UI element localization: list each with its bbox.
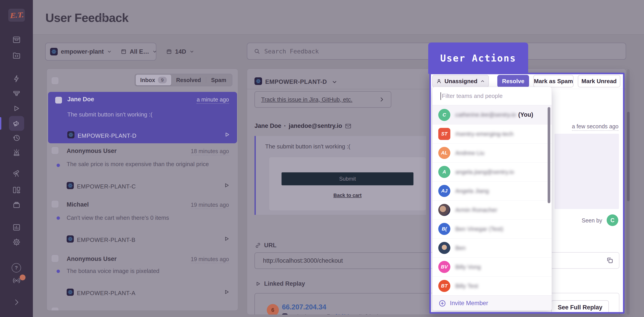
assignee-option[interactable]: B( Ben Vinegar (Test) xyxy=(432,219,552,238)
feedback-message: The submit button isn't working :( xyxy=(265,143,350,150)
feedback-icon[interactable] xyxy=(10,117,23,130)
replay-play-icon[interactable] xyxy=(224,289,230,295)
chevron-down-icon xyxy=(107,49,112,54)
page-scrollbar-thumb[interactable] xyxy=(627,112,630,201)
replay-preview-placeholder xyxy=(554,134,619,209)
feedback-item-selected[interactable]: Jane Doe a minute ago The submit button … xyxy=(48,92,237,143)
item-checkbox[interactable] xyxy=(55,97,62,104)
replay-ip-link[interactable]: 66.207.204.34 xyxy=(282,303,326,311)
item-time: 18 minutes ago xyxy=(191,148,229,155)
dropdown-scrollbar-thumb[interactable] xyxy=(548,107,550,203)
feedback-timestamp[interactable]: a few seconds ago xyxy=(572,123,618,131)
settings-icon[interactable] xyxy=(10,236,23,248)
member-name-blurred: Armin Ronacher xyxy=(455,206,497,214)
environment-filter[interactable]: All E… xyxy=(116,43,162,60)
linked-replay-label[interactable]: Linked Replay xyxy=(255,280,305,287)
react-project-icon xyxy=(67,182,74,189)
date-range-filter[interactable]: 14D xyxy=(162,43,199,60)
item-message: Can't view the cart when there's 0 items xyxy=(67,214,219,222)
assignee-option[interactable]: Ben xyxy=(432,238,552,257)
assignee-option[interactable]: ST #sentry-emerging-tech xyxy=(432,124,552,143)
assignee-option[interactable]: Armin Ronacher xyxy=(432,200,552,219)
see-full-replay-button[interactable]: See Full Replay xyxy=(551,300,609,314)
member-avatar: B( xyxy=(438,223,450,235)
mailbox-tabs: Inbox 9 Resolved Spam xyxy=(134,74,232,86)
replay-play-icon[interactable] xyxy=(224,132,230,138)
item-checkbox[interactable] xyxy=(52,147,58,154)
assignee-option[interactable]: AL Andrew Liu xyxy=(432,143,552,162)
assignee-option[interactable]: BT Billy Test xyxy=(432,276,552,295)
reporter-name: Jane Doe xyxy=(254,122,281,130)
explore-icon[interactable] xyxy=(10,167,23,180)
item-checkbox-partial[interactable] xyxy=(52,308,58,311)
stats-icon[interactable] xyxy=(10,221,23,234)
issues-icon[interactable] xyxy=(10,34,23,46)
unread-dot xyxy=(56,164,60,167)
item-checkbox[interactable] xyxy=(52,255,58,262)
tab-spam[interactable]: Spam xyxy=(206,77,231,84)
assignee-filter-input[interactable]: Filter teams and people xyxy=(432,87,552,105)
invite-member-button[interactable]: Invite Member xyxy=(432,295,552,311)
replay-count-badge: 6 xyxy=(267,304,279,315)
calendar-icon xyxy=(166,49,172,54)
tab-resolved[interactable]: Resolved xyxy=(171,77,206,84)
resolve-button[interactable]: Resolve xyxy=(497,75,529,88)
tab-inbox[interactable]: Inbox 9 xyxy=(136,75,171,86)
insights-icon[interactable] xyxy=(10,198,23,211)
alerts-icon[interactable] xyxy=(10,146,23,159)
person-icon xyxy=(436,78,442,84)
projects-icon[interactable] xyxy=(10,49,23,62)
assignee-option[interactable]: A angela.jiang@sentry.io xyxy=(432,162,552,181)
member-photo-avatar xyxy=(438,204,450,216)
screenshot-submit-button: Submit xyxy=(282,172,414,185)
item-checkbox[interactable] xyxy=(52,201,58,208)
assignee-option[interactable]: C catherine.lee@sentry.io(You) xyxy=(432,105,552,124)
chevron-down-icon xyxy=(190,49,194,54)
member-name-blurred: Angela Jiang xyxy=(455,188,489,194)
detail-project-selector[interactable]: EMPOWER-PLANT-D xyxy=(265,78,327,86)
user-actions-callout-label: User Actions xyxy=(440,53,516,64)
chevron-down-icon xyxy=(152,49,157,54)
item-project: EMPOWER-PLANT-D xyxy=(78,132,136,139)
notification-dot xyxy=(20,274,26,280)
invite-member-label: Invite Member xyxy=(450,300,488,307)
project-filter[interactable]: empower-plant xyxy=(46,43,116,60)
mark-unread-button[interactable]: Mark Unread xyxy=(578,75,620,88)
replay-play-icon[interactable] xyxy=(224,182,230,188)
replay-play-icon[interactable] xyxy=(224,236,230,242)
feedback-message-quote: The submit button isn't working :( Submi… xyxy=(254,136,426,215)
replays-icon[interactable] xyxy=(10,102,23,115)
track-issue-button[interactable]: Track this issue in Jira, GitHub, etc. xyxy=(254,91,391,108)
user-actions-spotlight: Unassigned Resolve Mark as Spam Mark Unr… xyxy=(429,73,624,314)
assignee-option[interactable]: BV Billy Vong xyxy=(432,257,552,276)
releases-icon[interactable] xyxy=(10,132,23,144)
traces-icon[interactable] xyxy=(10,87,23,100)
replay-project: catherine-test-c7 xyxy=(290,313,330,315)
help-glyph: ? xyxy=(15,265,18,271)
member-avatar: A xyxy=(438,166,450,178)
org-logo[interactable]: E.T. xyxy=(8,9,25,22)
react-project-icon xyxy=(282,314,288,315)
page-help-icon[interactable]: ? xyxy=(99,15,106,22)
chevron-down-icon[interactable] xyxy=(332,79,338,85)
replay-time: 34 minutes ago xyxy=(365,313,402,315)
item-project: EMPOWER-PLANT-A xyxy=(77,290,136,297)
replay-id[interactable]: ef4d94ce xyxy=(332,313,355,315)
select-all-checkbox[interactable] xyxy=(52,77,58,84)
quickstart-icon[interactable] xyxy=(10,72,23,85)
dashboards-icon[interactable] xyxy=(10,184,23,196)
unread-dot xyxy=(56,270,60,273)
url-value: http://localhost:3000/checkout xyxy=(263,257,343,264)
envelope-icon[interactable] xyxy=(345,123,352,130)
collapse-sidebar-icon[interactable] xyxy=(10,296,23,308)
copy-url-icon[interactable] xyxy=(606,256,614,264)
item-time: 19 minutes ago xyxy=(191,256,229,263)
seen-by-label: Seen by xyxy=(582,217,602,224)
assignee-dropdown-button[interactable]: Unassigned xyxy=(432,75,489,88)
help-icon[interactable]: ? xyxy=(12,263,21,272)
mark-as-spam-button[interactable]: Mark as Spam xyxy=(533,75,574,88)
calendar-icon xyxy=(358,314,363,315)
link-icon xyxy=(255,242,261,248)
reporter-email: janedoe@sentry.io xyxy=(289,122,342,130)
assignee-option[interactable]: AJ Angela Jiang xyxy=(432,181,552,200)
